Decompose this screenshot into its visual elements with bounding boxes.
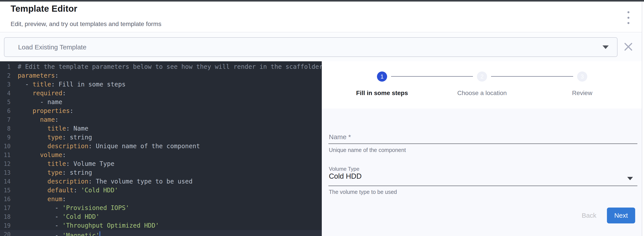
code-text: default: 'Cold HDD' (18, 186, 118, 195)
step-circle-3: 3 (577, 71, 587, 82)
code-line[interactable]: 16 enum: (0, 195, 322, 204)
step-label: Review (538, 89, 626, 97)
line-number: 18 (0, 212, 10, 221)
page-subtitle: Edit, preview, and try out templates and… (10, 20, 161, 27)
close-icon[interactable] (622, 41, 634, 53)
code-line[interactable]: 5 - name (0, 98, 322, 107)
text-cursor (100, 231, 100, 236)
line-number: 2 (0, 71, 10, 80)
code-line[interactable]: 8 title: Name (0, 124, 322, 133)
line-number: 14 (0, 177, 10, 186)
volume-helper-text: The volume type to be used (329, 189, 397, 195)
wizard-actions: Back Next (322, 208, 642, 224)
code-text: title: Volume Type (18, 160, 114, 168)
code-line[interactable]: 6 properties: (0, 107, 322, 115)
code-text: properties: (18, 107, 74, 115)
line-number: 5 (0, 98, 10, 107)
line-number: 16 (0, 195, 10, 204)
line-number: 17 (0, 204, 10, 212)
code-text: parameters: (18, 71, 58, 80)
code-text: enum: (18, 195, 66, 204)
line-number: 3 (0, 80, 10, 89)
code-text: title: Name (18, 124, 88, 133)
code-line[interactable]: 4 required: (0, 89, 322, 98)
select-caret-icon (627, 177, 633, 180)
line-number: 20 (0, 230, 10, 236)
code-text: - 'Throughput Optimized HDD' (18, 221, 159, 230)
code-editor[interactable]: 1# Edit the template parameters below to… (0, 61, 322, 236)
step-connector (391, 76, 473, 77)
line-number: 8 (0, 124, 10, 133)
code-text: - name (18, 98, 62, 107)
line-number: 15 (0, 186, 10, 195)
name-input-underline (328, 143, 638, 144)
name-input[interactable] (328, 131, 638, 143)
step-label: Fill in some steps (338, 89, 426, 97)
name-helper-text: Unique name of the component (329, 147, 406, 153)
code-text: - 'Provisioned IOPS' (18, 204, 129, 212)
step-circle-1: 1 (377, 71, 387, 82)
load-existing-template-select[interactable]: Load Existing Template (4, 37, 618, 57)
line-number: 13 (0, 168, 10, 177)
wizard-form: Name * Unique name of the component Volu… (322, 109, 642, 236)
line-number: 9 (0, 133, 10, 142)
next-button[interactable]: Next (607, 208, 635, 224)
code-text: - 'Cold HDD' (18, 212, 100, 221)
code-text: type: string (18, 168, 92, 177)
code-line[interactable]: 17 - 'Provisioned IOPS' (0, 204, 322, 212)
window-top-strip (0, 0, 644, 1)
code-line[interactable]: 20 - 'Magnetic' (0, 230, 322, 236)
line-number: 12 (0, 160, 10, 168)
volume-input-underline (328, 186, 638, 186)
code-text: # Edit the template parameters below to … (18, 62, 322, 71)
code-line[interactable]: 15 default: 'Cold HDD' (0, 186, 322, 195)
code-text: required: (18, 89, 66, 98)
volume-type-select[interactable]: Cold HDD (329, 171, 635, 185)
code-line[interactable]: 9 type: string (0, 133, 322, 142)
load-select-placeholder: Load Existing Template (18, 43, 602, 51)
step-connector (491, 76, 573, 77)
line-number: 11 (0, 151, 10, 160)
code-line[interactable]: 2parameters: (0, 71, 322, 80)
code-text: - title: Fill in some steps (18, 80, 126, 89)
code-text: volume: (18, 151, 66, 160)
code-line[interactable]: 12 title: Volume Type (0, 160, 322, 168)
line-number: 7 (0, 115, 10, 124)
line-number: 19 (0, 221, 10, 230)
line-number: 1 (0, 62, 10, 71)
scrollbar[interactable] (642, 0, 644, 236)
name-field-label: Name * (329, 133, 351, 141)
wizard-stepper: 1Fill in some steps2Choose a location3Re… (322, 61, 642, 109)
code-line[interactable]: 14 description: The volume type to be us… (0, 177, 322, 186)
code-text: name: (18, 115, 58, 124)
code-line[interactable]: 3 - title: Fill in some steps (0, 80, 322, 89)
code-text: type: string (18, 133, 92, 142)
line-number: 6 (0, 107, 10, 115)
line-number: 10 (0, 142, 10, 151)
dropdown-caret-icon (602, 45, 609, 49)
kebab-menu-icon[interactable] (624, 11, 632, 24)
code-text: description: Unique name of the componen… (18, 142, 200, 151)
back-button[interactable]: Back (575, 208, 604, 223)
step-label: Choose a location (438, 89, 526, 97)
code-line[interactable]: 18 - 'Cold HDD' (0, 212, 322, 221)
code-line[interactable]: 1# Edit the template parameters below to… (0, 62, 322, 71)
code-line[interactable]: 11 volume: (0, 151, 322, 160)
code-line[interactable]: 19 - 'Throughput Optimized HDD' (0, 221, 322, 230)
code-text: - 'Magnetic' (18, 230, 100, 236)
line-number: 4 (0, 89, 10, 98)
code-line[interactable]: 10 description: Unique name of the compo… (0, 142, 322, 151)
code-line[interactable]: 7 name: (0, 115, 322, 124)
step-circle-2: 2 (477, 71, 487, 82)
code-line[interactable]: 13 type: string (0, 168, 322, 177)
page-title: Template Editor (10, 4, 77, 14)
template-preview-panel: 1Fill in some steps2Choose a location3Re… (322, 61, 642, 236)
volume-type-value: Cold HDD (329, 172, 362, 180)
page-header: Template Editor Edit, preview, and try o… (0, 1, 642, 32)
template-toolbar: Load Existing Template (0, 33, 642, 61)
code-text: description: The volume type to be used (18, 177, 192, 186)
code-lines-container: 1# Edit the template parameters below to… (0, 62, 322, 236)
